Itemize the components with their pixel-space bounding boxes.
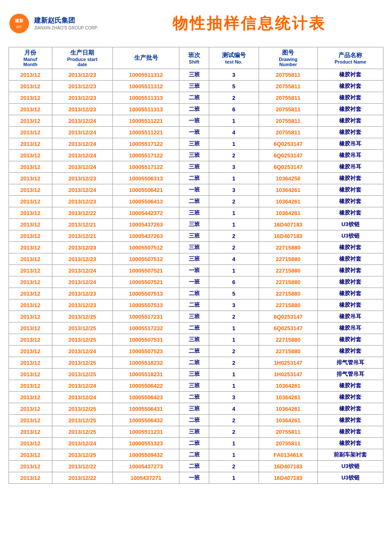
cell-date: 2013/12/22 — [52, 207, 112, 219]
cell-testno: 2 — [209, 311, 259, 323]
col-header-testno: 测试编号 test No. — [209, 47, 259, 69]
col-header-drawing: 图号 Drawing Number — [259, 47, 317, 69]
cell-month: 2013/12 — [9, 438, 52, 449]
cell-product: 橡胶衬套 — [317, 265, 383, 276]
cell-product: 橡胶衬套 — [317, 288, 383, 299]
cell-date: 2013/12/25 — [52, 357, 112, 369]
cell-month: 2013/12 — [9, 369, 52, 380]
cell-product: 排气管吊耳 — [317, 357, 383, 369]
cell-month: 2013/12 — [9, 230, 52, 242]
cell-batch: 10005437263 — [112, 219, 179, 230]
cell-batch: 10005511221 — [112, 115, 179, 127]
cell-shift: 三班 — [179, 150, 209, 161]
cell-drawing: 10364258 — [259, 173, 317, 184]
cell-testno: 1 — [209, 438, 259, 449]
cell-drawing: 6Q0253147 — [259, 311, 317, 323]
cell-batch: 10005517122 — [112, 161, 179, 173]
cell-date: 2013/12/23 — [52, 299, 112, 311]
cell-batch: 10005511313 — [112, 104, 179, 115]
cell-product: U3铰链 — [317, 230, 383, 242]
cell-month: 2013/12 — [9, 346, 52, 357]
cell-drawing: 20755811 — [259, 115, 317, 127]
cell-testno: 6 — [209, 276, 259, 288]
cell-shift: 一班 — [179, 115, 209, 127]
cell-date: 2013/12/24 — [52, 138, 112, 150]
cell-drawing: 20755811 — [259, 438, 317, 449]
cell-batch: 10005507512 — [112, 242, 179, 253]
cell-shift: 三班 — [179, 242, 209, 253]
cell-drawing: 16D407183 — [259, 219, 317, 230]
cell-testno: 2 — [209, 415, 259, 426]
table-row: 2013/122013/12/2510005507531三班122715880橡… — [9, 334, 383, 346]
cell-drawing: 20755811 — [259, 104, 317, 115]
cell-date: 2013/12/25 — [52, 403, 112, 415]
cell-month: 2013/12 — [9, 334, 52, 346]
cell-drawing: 10364261 — [259, 207, 317, 219]
cell-testno: 2 — [209, 230, 259, 242]
cell-month: 2013/12 — [9, 127, 52, 138]
cell-product: 橡胶衬套 — [317, 173, 383, 184]
cell-month: 2013/12 — [9, 323, 52, 334]
table-row: 2013/122013/12/2410000551323二班120755811橡… — [9, 438, 383, 449]
cell-drawing: 20755811 — [259, 426, 317, 438]
table-row: 2013/122013/12/2310005511313二班220755811橡… — [9, 92, 383, 104]
cell-shift: 三班 — [179, 403, 209, 415]
cell-drawing: 22715880 — [259, 288, 317, 299]
cell-product: 橡胶衬套 — [317, 115, 383, 127]
cell-shift: 二班 — [179, 392, 209, 403]
cell-month: 2013/12 — [9, 461, 52, 472]
cell-product: 橡胶吊耳 — [317, 138, 383, 150]
cell-month: 2013/12 — [9, 219, 52, 230]
cell-product: 橡胶衬套 — [317, 184, 383, 196]
cell-drawing: 1H0253147 — [259, 357, 317, 369]
table-row: 2013/122013/12/2510005518231三班11H0253147… — [9, 369, 383, 380]
cell-batch: 10005506432 — [112, 415, 179, 426]
table-row: 2013/122013/12/2510005517232二班16Q0253147… — [9, 323, 383, 334]
cell-batch: 10005506421 — [112, 184, 179, 196]
cell-month: 2013/12 — [9, 242, 52, 253]
cell-date: 2013/12/23 — [52, 173, 112, 184]
cell-testno: 2 — [209, 196, 259, 207]
cell-testno: 5 — [209, 81, 259, 92]
cell-drawing: 20755811 — [259, 92, 317, 104]
cell-product: 橡胶衬套 — [317, 392, 383, 403]
cell-batch: 10005509432 — [112, 449, 179, 461]
cell-month: 2013/12 — [9, 299, 52, 311]
cell-shift: 三班 — [179, 253, 209, 265]
svg-text:建新: 建新 — [14, 18, 23, 23]
cell-testno: 6 — [209, 104, 259, 115]
cell-batch: 10005517122 — [112, 138, 179, 150]
cell-batch: 10005506431 — [112, 403, 179, 415]
cell-batch: 1005437271 — [112, 472, 179, 484]
cell-product: 橡胶衬套 — [317, 253, 383, 265]
cell-shift: 三班 — [179, 334, 209, 346]
cell-month: 2013/12 — [9, 449, 52, 461]
table-row: 2013/122013/12/2410005517122三班26Q0253147… — [9, 150, 383, 161]
cell-date: 2013/12/22 — [52, 461, 112, 472]
cell-month: 2013/12 — [9, 403, 52, 415]
table-row: 2013/122013/12/2410005507521一班122715880橡… — [9, 265, 383, 276]
cell-date: 2013/12/21 — [52, 219, 112, 230]
cell-product: 橡胶衬套 — [317, 81, 383, 92]
cell-month: 2013/12 — [9, 253, 52, 265]
col-header-month: 月份 Manuf Month — [9, 47, 52, 69]
cell-date: 2013/12/25 — [52, 369, 112, 380]
table-row: 2013/122013/12/2410005517122三班36Q0253147… — [9, 161, 383, 173]
cell-product: 橡胶衬套 — [317, 415, 383, 426]
cell-drawing: 6Q0253147 — [259, 150, 317, 161]
cell-shift: 三班 — [179, 369, 209, 380]
cell-date: 2013/12/24 — [52, 127, 112, 138]
cell-batch: 10005507512 — [112, 253, 179, 265]
cell-date: 2013/12/24 — [52, 276, 112, 288]
col-header-shift: 班次 Shift — [179, 47, 209, 69]
cell-shift: 二班 — [179, 323, 209, 334]
cell-date: 2013/12/23 — [52, 288, 112, 299]
cell-product: 橡胶衬套 — [317, 299, 383, 311]
table-row: 2013/122013/12/2410005517122三班16Q0253147… — [9, 138, 383, 150]
cell-batch: 10005507521 — [112, 265, 179, 276]
cell-product: 橡胶衬套 — [317, 403, 383, 415]
cell-testno: 1 — [209, 219, 259, 230]
table-row: 2013/122013/12/2510005517231三班26Q0253147… — [9, 311, 383, 323]
cell-drawing: 20755811 — [259, 69, 317, 81]
cell-month: 2013/12 — [9, 81, 52, 92]
